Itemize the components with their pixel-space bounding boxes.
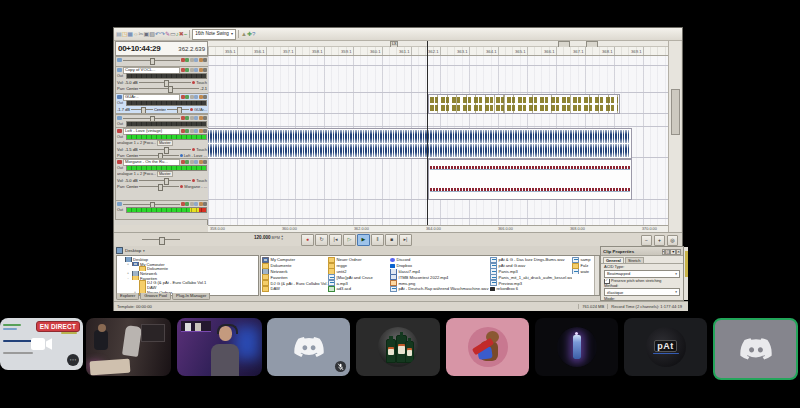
track-header-3-selected[interactable]: GUAr... Out -1.7 dBCenterGUAr...: [115, 93, 209, 114]
tile-discord-avatar-speaking[interactable]: [713, 318, 798, 380]
bpm-display[interactable]: 120.000 BPM ▲▼: [254, 235, 284, 240]
file-item[interactable]: DAW: [262, 286, 328, 292]
volume-fader[interactable]: [139, 180, 192, 181]
file-item[interactable]: DJ G (& pAt - Euro Collabo Vol.1: [262, 280, 328, 286]
zoom-button[interactable]: +: [654, 235, 665, 246]
toolbar-icon[interactable]: ?: [252, 31, 255, 37]
tile-avatar-tardis[interactable]: [535, 318, 618, 376]
tile-avatar-bottles[interactable]: [356, 318, 440, 376]
bus-selector[interactable]: Master: [157, 140, 173, 146]
file-item[interactable]: samp: [572, 257, 594, 263]
bar-ruler[interactable]: 355.1356.1357.1358.1359.1360.1361.1362.1…: [208, 47, 668, 56]
docker-tab[interactable]: Plug-In Manager: [172, 293, 210, 300]
track-buttons[interactable]: [181, 129, 208, 133]
volume-fader[interactable]: [131, 109, 153, 110]
file-type-icon: [328, 286, 335, 292]
audio-clip-sliced[interactable]: [428, 94, 620, 114]
tile-discord-avatar-muted[interactable]: [267, 318, 350, 376]
automation-mode[interactable]: Touch: [196, 178, 207, 183]
time-ruler[interactable]: 358.0.00360.0.00362.0.00364.0.00366.0.00…: [208, 225, 668, 232]
playhead-cursor[interactable]: [427, 41, 428, 225]
tile-avatar-pat[interactable]: pAt: [624, 318, 707, 376]
output-name[interactable]: GUAr...: [194, 107, 207, 112]
file-item[interactable]: Panis_mit_1_aki_druck_aufm_kessel.wav: [490, 274, 572, 280]
output-name[interactable]: Morgane - ...: [184, 184, 207, 189]
chevron-down-icon: ▾: [231, 30, 233, 38]
transport-button[interactable]: ■: [385, 234, 398, 246]
expander-icon[interactable]: +: [126, 262, 130, 266]
tab-general[interactable]: General: [603, 257, 624, 263]
list-scrollbar[interactable]: [594, 256, 599, 295]
docker-tab[interactable]: Explorer: [116, 293, 139, 300]
transport-button[interactable]: ▸|: [399, 234, 412, 246]
transport-button[interactable]: ▷: [343, 234, 356, 246]
method-select[interactable]: élastique▾: [604, 288, 680, 296]
track-header-5[interactable]: Loft - Love (vintage) Out analogue 1 + 2…: [115, 127, 209, 159]
transport-button[interactable]: ↻: [315, 234, 328, 246]
zoom-button[interactable]: ◎: [667, 235, 678, 246]
track-header-6[interactable]: Morgane - On the Ru... Out analogue 1 + …: [115, 158, 209, 201]
track-buttons[interactable]: [181, 95, 208, 99]
bpm-spinner[interactable]: ▲▼: [281, 235, 284, 240]
expander-icon[interactable]: +: [126, 271, 130, 275]
preview-volume-slider[interactable]: [142, 239, 180, 240]
folder-tree[interactable]: Desktop + My Computer Dokumente + Netzwe…: [116, 255, 259, 296]
volume-fader[interactable]: [123, 118, 180, 119]
input-selector[interactable]: analogue 1 + 2 [Focu...: [117, 141, 156, 145]
toolbar-icon[interactable]: ~: [184, 31, 188, 37]
pan-fader[interactable]: [139, 186, 179, 187]
tab-stretch[interactable]: Stretch: [625, 257, 644, 263]
file-item[interactable]: ad3.acd: [328, 286, 390, 292]
more-options-button[interactable]: ⋯: [67, 354, 79, 366]
address-selector[interactable]: Desktop▾: [125, 248, 145, 253]
volume-fader[interactable]: [139, 82, 192, 83]
pan-fader[interactable]: [167, 109, 189, 110]
volume-fader[interactable]: [123, 204, 180, 205]
zoom-button[interactable]: −: [641, 235, 652, 246]
tile-webcam-person[interactable]: [177, 318, 262, 376]
tile-webcam-room[interactable]: [86, 318, 171, 376]
audio-clip-red[interactable]: [428, 159, 632, 200]
output-name[interactable]: Loft - Love ...: [184, 153, 207, 158]
swing-selector[interactable]: 16th Note Swing▾: [192, 29, 236, 40]
track-buttons[interactable]: [181, 160, 208, 164]
panel-scrollbar[interactable]: [684, 247, 688, 300]
audio-clip-blue[interactable]: [208, 128, 632, 159]
transport-button[interactable]: |◂: [329, 234, 342, 246]
docker-tab[interactable]: Groove Pool: [140, 293, 171, 300]
automation-mode[interactable]: Touch: [196, 80, 207, 85]
file-item[interactable]: pAt - Deutsch-Rap während Waschmaschine.…: [390, 286, 490, 292]
vertical-scrollbar[interactable]: [668, 41, 681, 232]
transport-button[interactable]: ▶: [357, 234, 370, 246]
track-buttons[interactable]: [181, 202, 208, 206]
track-header-4[interactable]: Out: [115, 114, 209, 128]
automation-mode[interactable]: Touch: [196, 147, 207, 152]
transport-button[interactable]: ‖: [371, 234, 384, 246]
track-header-2[interactable]: Copy of VOCL... Out Vol:-5.0 dBTouch Pan…: [115, 66, 209, 94]
arrangement-area[interactable]: [208, 56, 668, 225]
pan-fader[interactable]: [139, 88, 199, 89]
track-buttons[interactable]: [181, 58, 208, 62]
panel-icon[interactable]: ✕: [676, 249, 681, 255]
transport-button[interactable]: ●: [301, 234, 314, 246]
file-item[interactable]: pAt & G - Das kurz Dings-Bums.wav: [490, 257, 572, 263]
video-call-strip: EN DIRECT ⋯: [0, 318, 800, 378]
time-display[interactable]: 00+10:44:29 362.2.639: [115, 41, 208, 56]
file-item[interactable]: rekordbox 6: [490, 286, 572, 292]
pan-fader[interactable]: [139, 155, 178, 156]
tile-stream-preview[interactable]: EN DIRECT ⋯: [0, 318, 83, 370]
track-buttons[interactable]: [181, 68, 208, 72]
volume-fader[interactable]: [139, 149, 192, 150]
clip-properties-titlebar[interactable]: Clip Properties ▪◫▼✕: [601, 247, 683, 256]
file-item[interactable]: wate: [572, 269, 594, 275]
scrollbar-thumb[interactable]: [671, 89, 680, 135]
acid-type-select[interactable]: Beatmapped▾: [604, 270, 680, 278]
volume-fader[interactable]: [123, 60, 180, 61]
track-buttons[interactable]: [181, 116, 208, 120]
file-list[interactable]: My Computer Dokumente Netzwerk Favoriten…: [260, 255, 600, 296]
tile-avatar-bear[interactable]: [446, 318, 529, 376]
expander-icon[interactable]: -: [126, 276, 130, 280]
track-header-7[interactable]: Out: [115, 200, 209, 220]
bus-selector[interactable]: Master: [157, 171, 173, 177]
input-selector[interactable]: analogue 1 + 2 [Focu...: [117, 172, 156, 176]
